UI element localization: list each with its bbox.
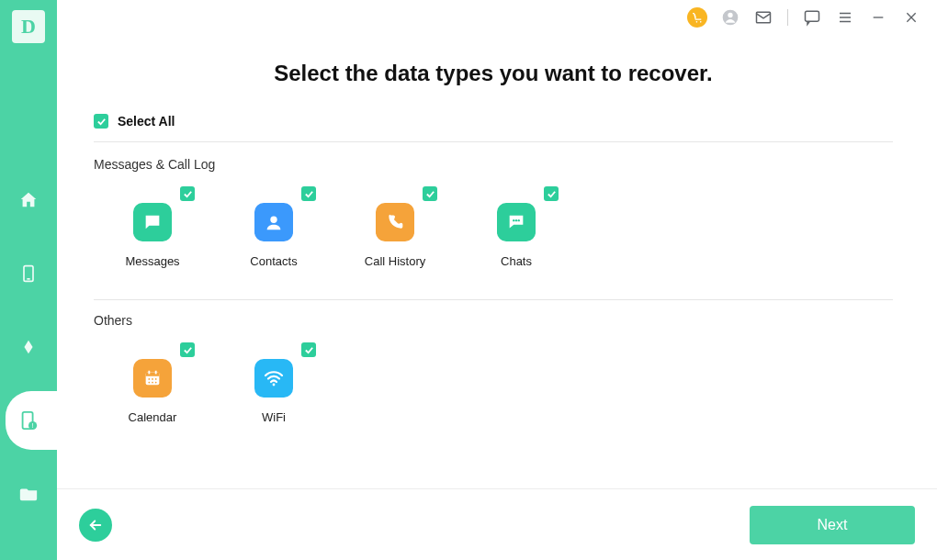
mail-button[interactable] — [749, 3, 778, 32]
item-wifi[interactable]: WiFi — [235, 342, 312, 424]
check-icon — [304, 345, 314, 355]
phone-device-icon — [19, 263, 38, 284]
phone-alert-icon: ! — [18, 409, 39, 431]
section-others: Others Calendar — [94, 299, 893, 441]
contacts-icon — [254, 203, 293, 241]
check-icon — [425, 189, 435, 199]
check-icon — [547, 189, 557, 199]
svg-point-20 — [518, 219, 520, 221]
item-checkbox[interactable] — [301, 186, 316, 201]
svg-point-18 — [513, 219, 514, 221]
svg-point-8 — [728, 13, 732, 17]
svg-point-26 — [148, 378, 150, 380]
user-icon — [721, 8, 739, 27]
arrow-left-icon — [87, 517, 104, 533]
section-title: Messages & Call Log — [94, 157, 893, 172]
item-checkbox[interactable] — [423, 186, 437, 201]
next-button[interactable]: Next — [750, 506, 915, 544]
item-call-history[interactable]: Call History — [356, 186, 434, 268]
item-messages[interactable]: Messages — [114, 186, 191, 268]
titlebar-separator — [787, 9, 788, 26]
item-checkbox[interactable] — [544, 186, 559, 201]
select-all-checkbox[interactable] — [94, 114, 108, 129]
chat-icon — [803, 8, 821, 27]
item-label: Contacts — [250, 254, 297, 268]
folder-icon — [18, 484, 39, 504]
svg-point-29 — [148, 382, 150, 384]
menu-icon — [837, 9, 853, 26]
sidebar-item-folder[interactable] — [0, 472, 57, 516]
check-icon — [304, 189, 314, 199]
item-calendar[interactable]: Calendar — [114, 342, 191, 424]
svg-point-30 — [152, 382, 153, 384]
close-icon — [904, 10, 919, 25]
minimize-icon — [871, 10, 886, 25]
sidebar-item-phone-alert[interactable]: ! — [0, 398, 57, 442]
close-button[interactable] — [897, 3, 926, 32]
svg-point-32 — [273, 384, 276, 386]
item-checkbox[interactable] — [180, 342, 195, 357]
chats-icon — [497, 203, 536, 241]
feedback-button[interactable] — [797, 3, 827, 32]
item-label: Call History — [365, 254, 425, 268]
wifi-icon — [254, 359, 293, 398]
user-button[interactable] — [716, 3, 745, 32]
minimize-button[interactable] — [864, 3, 893, 32]
item-label: Calendar — [129, 410, 177, 424]
select-all-label: Select All — [118, 114, 175, 129]
sidebar-item-phone[interactable] — [0, 252, 57, 296]
home-icon — [18, 190, 39, 210]
titlebar — [57, 0, 937, 35]
svg-point-27 — [152, 378, 153, 380]
svg-point-19 — [515, 219, 517, 221]
section-messages-call-log: Messages & Call Log Messages — [94, 157, 893, 285]
content: Select the data types you want to recove… — [57, 35, 937, 488]
item-label: Messages — [125, 254, 179, 268]
check-icon — [183, 345, 193, 355]
svg-point-17 — [270, 217, 277, 223]
footer: Next — [57, 488, 937, 560]
page-title: Select the data types you want to recove… — [94, 61, 893, 86]
svg-point-28 — [155, 378, 157, 380]
check-icon — [183, 189, 193, 199]
main-area: Select the data types you want to recove… — [57, 0, 937, 560]
svg-rect-10 — [806, 11, 819, 21]
sidebar: D ! — [0, 0, 57, 560]
call-history-icon — [376, 203, 414, 241]
back-button[interactable] — [79, 509, 112, 542]
item-label: WiFi — [262, 410, 286, 424]
item-label: Chats — [501, 254, 532, 268]
cart-button[interactable] — [683, 3, 712, 32]
sidebar-item-cloud[interactable] — [0, 325, 57, 369]
messages-icon — [133, 203, 172, 241]
app-logo: D — [0, 4, 57, 50]
sidebar-item-home[interactable] — [0, 178, 57, 222]
menu-button[interactable] — [830, 3, 860, 32]
item-chats[interactable]: Chats — [478, 186, 555, 268]
item-checkbox[interactable] — [180, 186, 195, 201]
svg-point-5 — [695, 21, 697, 23]
cart-icon — [687, 7, 707, 28]
svg-rect-22 — [146, 373, 160, 376]
item-checkbox[interactable] — [301, 342, 316, 357]
svg-text:!: ! — [32, 421, 34, 430]
cloud-icon — [18, 337, 39, 357]
svg-point-31 — [155, 382, 157, 384]
next-button-label: Next — [818, 517, 848, 533]
svg-point-6 — [699, 21, 701, 23]
section-title: Others — [94, 313, 893, 328]
check-icon — [96, 117, 107, 127]
calendar-icon — [133, 359, 172, 398]
mail-icon — [754, 8, 773, 27]
item-contacts[interactable]: Contacts — [235, 186, 312, 268]
